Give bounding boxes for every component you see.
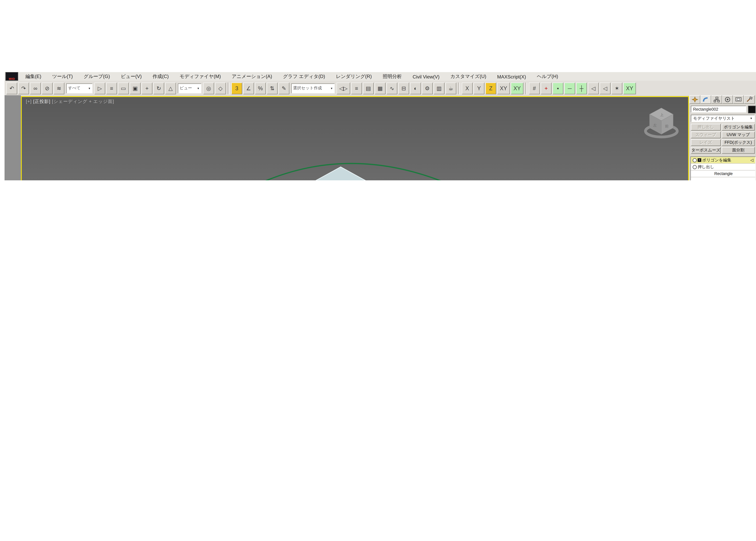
- selection-filter-dropdown[interactable]: すべて▼: [66, 83, 93, 93]
- layer-manager-icon[interactable]: ▤: [363, 82, 374, 94]
- panel-tab-create[interactable]: [689, 95, 700, 104]
- render-production-icon[interactable]: ☕: [445, 82, 456, 94]
- quick-modifier-button-4[interactable]: レイズ: [691, 139, 721, 146]
- menu-item-5[interactable]: モディファイヤ(M): [174, 73, 226, 80]
- main-toolbar: ↶↷∞⊘≋すべて▼▷≡▭▣+↻△ビュー▼◎◇3∠%⇅✎選択セット作成▼◁▷≡▤▦…: [5, 81, 756, 96]
- angle-snap-icon[interactable]: ∠: [243, 82, 254, 94]
- snap-xy-icon[interactable]: XY: [623, 82, 636, 94]
- use-pivot-center-icon[interactable]: ◎: [203, 82, 214, 94]
- toolbar-separator: [228, 82, 230, 94]
- app-logo[interactable]: MXD: [5, 72, 18, 81]
- curve-editor-icon[interactable]: ∿: [386, 82, 397, 94]
- material-editor-icon[interactable]: ◐: [410, 82, 421, 94]
- snap-face-icon[interactable]: ◁: [588, 82, 599, 94]
- toolbar-separator: [458, 82, 460, 94]
- quick-modifier-button-5[interactable]: FFD(ボックス): [722, 139, 755, 146]
- menu-item-9[interactable]: 照明分析: [377, 73, 407, 80]
- modifier-list-dropdown[interactable]: モディファイヤリスト▼: [691, 115, 755, 122]
- axis-x-button[interactable]: X: [462, 82, 473, 94]
- percent-snap-icon[interactable]: %: [255, 82, 266, 94]
- menu-item-12[interactable]: MAXScript(X): [492, 74, 531, 79]
- axis-y-button[interactable]: Y: [473, 82, 484, 94]
- snap-edge-icon[interactable]: ─: [564, 82, 575, 94]
- render-setup-icon[interactable]: ⚙: [422, 82, 433, 94]
- snap-perpendicular-icon[interactable]: ◁: [600, 82, 610, 94]
- create-icon: [692, 97, 698, 103]
- panel-tab-modify[interactable]: [700, 95, 711, 104]
- snap-grid-icon[interactable]: #: [529, 82, 540, 94]
- menu-item-11[interactable]: カスタマイズ(U): [445, 73, 492, 80]
- select-and-link-icon[interactable]: ∞: [30, 82, 41, 94]
- menu-item-7[interactable]: グラフ エディタ(D): [278, 73, 331, 80]
- select-manipulate-icon[interactable]: ◇: [215, 82, 226, 94]
- snap-pivot-icon[interactable]: +: [541, 82, 551, 94]
- ref-coord-dropdown[interactable]: ビュー▼: [178, 83, 201, 93]
- modifier-stack[interactable]: +ポリゴンを編集◁押し出しRectangle: [690, 157, 756, 180]
- quick-modifier-button-7[interactable]: 面分割: [722, 147, 755, 154]
- chevron-down-icon: ▼: [88, 87, 91, 90]
- panel-tab-display[interactable]: [733, 95, 744, 104]
- stack-item-0[interactable]: +ポリゴンを編集◁: [691, 157, 755, 164]
- window-crossing-icon[interactable]: ▣: [130, 82, 141, 94]
- chevron-down-icon: ▼: [197, 87, 200, 90]
- viewport-menu-view[interactable]: [正投影]: [33, 99, 51, 104]
- end-result-arrow-icon: ◁: [750, 158, 753, 162]
- stack-item-1[interactable]: 押し出し: [691, 164, 755, 171]
- axis-z-button[interactable]: Z: [485, 82, 496, 94]
- axis-xy-button[interactable]: XY: [497, 82, 510, 94]
- snap-frozen-icon[interactable]: ✶: [611, 82, 622, 94]
- snap-axis-constraint-icon[interactable]: XY: [511, 82, 523, 94]
- menu-item-13[interactable]: ヘルプ(H): [531, 73, 563, 80]
- select-rotate-icon[interactable]: ↻: [153, 82, 164, 94]
- visibility-bulb-icon[interactable]: [693, 165, 697, 169]
- panel-tab-hierarchy[interactable]: [711, 95, 722, 104]
- select-move-icon[interactable]: +: [142, 82, 152, 94]
- named-sets-dropdown[interactable]: 選択セット作成▼: [291, 83, 335, 93]
- expand-icon[interactable]: +: [698, 158, 701, 162]
- spinner-snap-icon[interactable]: ⇅: [267, 82, 278, 94]
- viewport-label[interactable]: [+] [正投影] [シェーディング + エッジ面]: [26, 98, 114, 105]
- menu-item-8[interactable]: レンダリング(R): [331, 73, 377, 80]
- menu-item-3[interactable]: ビュー(V): [115, 73, 147, 80]
- rendered-frame-icon[interactable]: ▥: [433, 82, 444, 94]
- snap-midpoint-icon[interactable]: ┼: [576, 82, 587, 94]
- quick-modifier-button-6[interactable]: ターボスムーズ: [691, 147, 721, 154]
- menu-item-1[interactable]: ツール(T): [47, 73, 78, 80]
- object-color-swatch[interactable]: [748, 106, 756, 113]
- unlink-selection-icon[interactable]: ⊘: [42, 82, 53, 94]
- schematic-view-icon[interactable]: ⊟: [398, 82, 409, 94]
- select-scale-icon[interactable]: △: [165, 82, 176, 94]
- menu-item-0[interactable]: 編集(E): [20, 73, 47, 80]
- menu-item-6[interactable]: アニメーション(A): [226, 73, 278, 80]
- menu-item-4[interactable]: 作成(C): [147, 73, 174, 80]
- panel-tab-utilities[interactable]: [744, 95, 755, 104]
- quick-modifier-button-0[interactable]: 押し出し: [691, 124, 721, 131]
- graphite-toggle-icon[interactable]: ▦: [375, 82, 385, 94]
- select-by-name-icon[interactable]: ≡: [106, 82, 117, 94]
- viewport-menu-plus[interactable]: [+]: [26, 99, 32, 104]
- viewport[interactable]: [21, 96, 689, 180]
- quick-modifier-button-2[interactable]: スウィープ: [691, 132, 721, 138]
- bind-spacewarp-icon[interactable]: ≋: [54, 82, 64, 94]
- quick-modifier-button-3[interactable]: UVW マップ: [722, 132, 755, 138]
- left-strip: [5, 95, 21, 180]
- redo-icon[interactable]: ↷: [18, 82, 29, 94]
- quick-modifier-button-1[interactable]: ポリゴンを編集: [722, 124, 755, 131]
- select-object-icon[interactable]: ▷: [94, 82, 105, 94]
- toolbar-separator: [525, 82, 527, 94]
- stack-item-2[interactable]: Rectangle: [691, 171, 755, 177]
- panel-tab-motion[interactable]: [722, 95, 733, 104]
- mirror-icon[interactable]: ◁▷: [337, 82, 350, 94]
- snap-toggle-3d-icon[interactable]: 3: [231, 82, 242, 94]
- edit-named-sets-icon[interactable]: ✎: [279, 82, 290, 94]
- menu-item-10[interactable]: Civil View(V): [407, 74, 445, 79]
- snap-vertex-icon[interactable]: ▪: [552, 82, 563, 94]
- align-icon[interactable]: ≡: [351, 82, 362, 94]
- rect-selection-region-icon[interactable]: ▭: [118, 82, 129, 94]
- display-icon: [735, 97, 742, 103]
- viewport-menu-shading[interactable]: [シェーディング + エッジ面]: [52, 99, 114, 104]
- visibility-bulb-icon[interactable]: [693, 158, 697, 162]
- object-name-field[interactable]: Rectangle002: [691, 106, 746, 113]
- undo-icon[interactable]: ↶: [6, 82, 17, 94]
- menu-item-2[interactable]: グループ(G): [78, 73, 115, 80]
